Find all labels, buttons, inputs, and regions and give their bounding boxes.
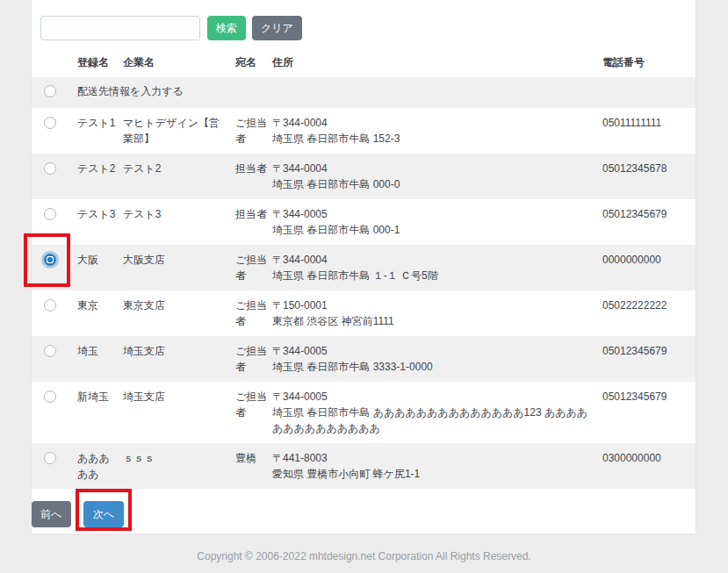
address-line: 東京都 渋谷区 神宮前1111	[272, 313, 595, 329]
addressee: ご担当者	[235, 115, 272, 147]
highlight-box-selected-radio	[24, 233, 70, 287]
search-input[interactable]	[40, 16, 200, 40]
postal-code: 〒344-0004	[272, 252, 595, 268]
radio-button[interactable]	[44, 208, 56, 220]
new-address-label: 配送先情報を入力する	[77, 83, 696, 99]
phone-number: 05011111111	[602, 115, 696, 131]
phone-number: 05012345678	[602, 161, 696, 176]
postal-code: 〒344-0005	[272, 206, 595, 222]
addressee: ご担当者	[235, 252, 272, 283]
company-name: マヒトデザイン【営業部】	[123, 115, 235, 147]
company-name: 埼玉支店	[123, 389, 235, 405]
address: 〒344-0004 埼玉県 春日部市牛島 １-１ Ｃ号5階	[272, 252, 602, 283]
phone-number: 05012345679	[602, 343, 696, 359]
table-row[interactable]: テスト3 テスト3 担当者 〒344-0005 埼玉県 春日部市牛島 000-1…	[32, 199, 696, 245]
address-line: 愛知県 豊橋市小向町 蜂ケ尻1-1	[272, 466, 595, 482]
radio-button[interactable]	[44, 390, 56, 403]
table-row[interactable]: テスト2 テスト2 担当者 〒344-0004 埼玉県 春日部市牛島 000-0…	[32, 154, 696, 199]
company-name: ｓｓｓ	[123, 450, 235, 466]
postal-code: 〒441-8003	[272, 450, 595, 466]
postal-code: 〒344-0004	[272, 161, 595, 176]
address: 〒150-0001 東京都 渋谷区 神宮前1111	[272, 297, 602, 329]
table-row-new-address[interactable]: 配送先情報を入力する	[32, 77, 696, 108]
registered-name: あああああ	[77, 450, 123, 482]
address: 〒344-0004 埼玉県 春日部市牛島 000-0	[272, 161, 602, 192]
copyright-text: Copyright © 2006-2022 mhtdesign.net Corp…	[0, 550, 728, 562]
address-line: 埼玉県 春日部市牛島 １-１ Ｃ号5階	[272, 268, 595, 283]
table-row[interactable]: 新埼玉 埼玉支店 ご担当者 〒344-0005 埼玉県 春日部市牛島 あああああ…	[32, 382, 696, 443]
registered-name: 大阪	[77, 252, 123, 268]
prev-button[interactable]: 前へ	[32, 501, 71, 527]
registered-name: テスト3	[77, 206, 123, 222]
addressee: 担当者	[235, 161, 272, 176]
phone-number: 05012345679	[602, 389, 696, 405]
registered-name: テスト1	[77, 115, 123, 131]
phone-number: 0000000000	[602, 252, 696, 268]
radio-button[interactable]	[44, 345, 56, 357]
search-bar: 検索 クリア	[40, 16, 696, 40]
radio-button[interactable]	[44, 452, 56, 464]
table-row[interactable]: テスト1 マヒトデザイン【営業部】 ご担当者 〒344-0004 埼玉県 春日部…	[32, 108, 696, 154]
company-name: テスト2	[123, 161, 235, 176]
highlight-box-next-button	[76, 489, 132, 531]
radio-button[interactable]	[44, 117, 56, 129]
company-name: 埼玉支店	[123, 343, 235, 359]
addressee: 担当者	[235, 206, 272, 222]
postal-code: 〒344-0005	[272, 389, 595, 405]
radio-button[interactable]	[44, 162, 56, 175]
phone-number: 05012345679	[602, 206, 696, 222]
header-address: 住所	[272, 54, 602, 70]
registered-name: テスト2	[77, 161, 123, 176]
table-row[interactable]: 東京 東京支店 ご担当者 〒150-0001 東京都 渋谷区 神宮前1111 0…	[32, 290, 696, 336]
registered-name: 新埼玉	[77, 389, 123, 405]
registered-name: 東京	[77, 297, 123, 313]
address: 〒441-8003 愛知県 豊橋市小向町 蜂ケ尻1-1	[272, 450, 602, 482]
address: 〒344-0005 埼玉県 春日部市牛島 ああああああああああああああ123 あ…	[272, 389, 602, 436]
addressee: ご担当者	[235, 389, 272, 420]
radio-button[interactable]	[44, 85, 56, 97]
table-row-selected[interactable]: 大阪 大阪支店 ご担当者 〒344-0004 埼玉県 春日部市牛島 １-１ Ｃ号…	[32, 245, 696, 290]
postal-code: 〒150-0001	[272, 297, 595, 313]
header-registered-name: 登録名	[77, 54, 123, 70]
company-name: 大阪支店	[123, 252, 235, 268]
address-list-panel: 検索 クリア 登録名 企業名 宛名 住所 電話番号 配送先情報を入力する テスト…	[32, 0, 696, 534]
address: 〒344-0005 埼玉県 春日部市牛島 3333-1-0000	[272, 343, 602, 375]
address: 〒344-0004 埼玉県 春日部市牛島 152-3	[272, 115, 602, 147]
radio-button[interactable]	[44, 299, 56, 312]
table-row[interactable]: 埼玉 埼玉支店 ご担当者 〒344-0005 埼玉県 春日部市牛島 3333-1…	[32, 336, 696, 382]
addressee: ご担当者	[235, 343, 272, 375]
company-name: テスト3	[123, 206, 235, 222]
phone-number: 0300000000	[602, 450, 696, 466]
address: 〒344-0005 埼玉県 春日部市牛島 000-1	[272, 206, 602, 238]
postal-code: 〒344-0005	[272, 343, 595, 359]
postal-code: 〒344-0004	[272, 115, 595, 131]
header-addressee: 宛名	[235, 54, 272, 70]
header-phone: 電話番号	[602, 54, 696, 70]
company-name: 東京支店	[123, 297, 235, 313]
header-company: 企業名	[123, 54, 235, 70]
registered-name: 埼玉	[77, 343, 123, 359]
addressee: ご担当者	[235, 297, 272, 329]
phone-number: 05022222222	[602, 297, 696, 313]
address-line: 埼玉県 春日部市牛島 000-1	[272, 222, 595, 238]
search-button[interactable]: 検索	[207, 16, 246, 40]
page: 検索 クリア 登録名 企業名 宛名 住所 電話番号 配送先情報を入力する テスト…	[0, 0, 728, 573]
table-row[interactable]: あああああ ｓｓｓ 豊橋 〒441-8003 愛知県 豊橋市小向町 蜂ケ尻1-1…	[32, 443, 696, 489]
address-line: 埼玉県 春日部市牛島 152-3	[272, 131, 595, 147]
address-line: 埼玉県 春日部市牛島 ああああああああああああああ123 あああああああああああ…	[272, 405, 595, 436]
table-header-row: 登録名 企業名 宛名 住所 電話番号	[32, 49, 696, 77]
addressee: 豊橋	[235, 450, 272, 466]
address-line: 埼玉県 春日部市牛島 000-0	[272, 176, 595, 192]
address-line: 埼玉県 春日部市牛島 3333-1-0000	[272, 359, 595, 375]
clear-button[interactable]: クリア	[252, 16, 302, 40]
